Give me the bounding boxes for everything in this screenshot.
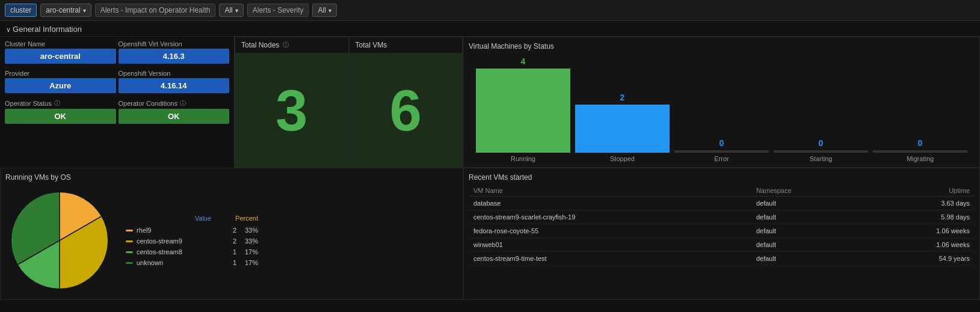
- legend-pct-unknown: 17%: [240, 259, 258, 266]
- uptime-cell: 1.06 weeks: [865, 238, 975, 252]
- legend-name-unknown: unknown: [137, 259, 215, 266]
- vm-status-running-bar: [476, 69, 570, 153]
- vm-status-starting: 0 Starting: [771, 138, 871, 162]
- alerts-severity-filter: All: [318, 6, 325, 14]
- operator-status-label: Operator Status: [5, 100, 52, 107]
- openshift-virt-value: 4.16.3: [119, 49, 230, 64]
- legend-color-centos9: [126, 240, 133, 242]
- vm-status-migrating: 0 Migrating: [871, 138, 970, 162]
- legend-row-centos9: centos-stream9 2 33%: [126, 237, 258, 245]
- alerts-impact-label: Alerts - Impact on Operator Health: [100, 6, 211, 14]
- vm-status-starting-count: 0: [819, 138, 824, 148]
- vm-status-stopped-label: Stopped: [610, 155, 635, 162]
- legend-row-unknown: unknown 1 17%: [126, 259, 258, 266]
- namespace-cell: default: [751, 252, 865, 266]
- openshift-version-label: Openshift Version: [119, 70, 230, 77]
- cluster-value: aro-central: [46, 6, 80, 14]
- section-title: General Information: [13, 25, 82, 34]
- vm-status-error-label: Error: [714, 155, 729, 162]
- vm-status-migrating-label: Migrating: [907, 155, 934, 162]
- legend-row-centos8: centos-stream8 1 17%: [126, 248, 258, 255]
- running-vms-title: Running VMs by OS: [5, 173, 458, 182]
- alerts-impact-chip[interactable]: Alerts - Impact on Operator Health: [95, 4, 216, 17]
- namespace-cell: default: [751, 210, 865, 224]
- recent-vms-table: VM Name Namespace Uptime database defaul…: [469, 185, 975, 266]
- vm-status-running: 4 Running: [473, 57, 573, 162]
- provider-label: Provider: [5, 70, 116, 77]
- total-vms-label: Total VMs: [356, 41, 387, 49]
- cluster-label: cluster: [10, 6, 31, 14]
- vm-status-starting-label: Starting: [810, 155, 833, 162]
- total-nodes-label: Total Nodes: [241, 41, 279, 49]
- legend-val-rhel9: 2: [218, 227, 236, 234]
- uptime-cell: 5.98 days: [865, 210, 975, 224]
- legend-name-rhel9: rhel9: [137, 227, 215, 234]
- alerts-severity-chip[interactable]: Alerts - Severity: [247, 4, 309, 17]
- operator-status-info-icon[interactable]: ⓘ: [54, 99, 60, 108]
- recent-vms-title: Recent VMs started: [469, 173, 975, 182]
- legend-percent-header: Percent: [235, 215, 258, 222]
- vm-status-migrating-bar: [873, 150, 967, 153]
- uptime-cell: 54.9 years: [865, 252, 975, 266]
- cluster-name-label: Cluster Name: [5, 40, 116, 47]
- col-uptime: Uptime: [865, 185, 975, 197]
- namespace-cell: default: [751, 238, 865, 252]
- vm-status-chart: 4 Running 2 Stopped 0 Error: [469, 54, 975, 162]
- legend-row-rhel9: rhel9 2 33%: [126, 227, 258, 234]
- legend-val-centos8: 1: [218, 248, 236, 255]
- vm-status-migrating-bar-container: [871, 150, 970, 153]
- uptime-cell: 1.06 weeks: [865, 224, 975, 238]
- running-vms-content: Value Percent rhel9 2 33% centos-stream9…: [5, 186, 458, 295]
- vm-status-error-bar-container: [672, 150, 771, 153]
- table-row: centos-stream9-time-test default 54.9 ye…: [469, 252, 975, 266]
- os-legend: Value Percent rhel9 2 33% centos-stream9…: [126, 215, 258, 266]
- legend-val-unknown: 1: [218, 259, 236, 266]
- legend-color-unknown: [126, 262, 133, 264]
- legend-color-centos8: [126, 251, 133, 253]
- legend-name-centos8: centos-stream8: [137, 248, 215, 255]
- general-info-section-header: General Information: [0, 21, 980, 36]
- vm-status-title: Virtual Machines by Status: [469, 42, 975, 50]
- total-vms-panel: Total VMs 6: [349, 37, 463, 168]
- vm-status-panel: Virtual Machines by Status 4 Running 2 S…: [463, 37, 980, 168]
- vm-status-running-bar-container: [473, 69, 573, 153]
- vm-status-running-count: 4: [521, 57, 526, 66]
- operator-conditions-value: OK: [119, 109, 230, 124]
- vm-status-error-count: 0: [720, 138, 724, 148]
- total-vms-header: Total VMs: [350, 37, 463, 54]
- cluster-value-dropdown[interactable]: aro-central: [40, 4, 91, 17]
- vm-status-starting-bar: [774, 150, 868, 153]
- legend-pct-centos8: 17%: [240, 248, 258, 255]
- uptime-cell: 3.63 days: [865, 197, 975, 210]
- namespace-cell: default: [751, 224, 865, 238]
- vm-name-cell: database: [469, 197, 751, 210]
- alerts-impact-filter: All: [224, 6, 232, 14]
- alerts-impact-dropdown[interactable]: All: [219, 4, 243, 17]
- vm-name-cell: centos-stream9-time-test: [469, 252, 751, 266]
- recent-vms-panel: Recent VMs started VM Name Namespace Upt…: [463, 168, 980, 300]
- col-vm-name: VM Name: [469, 185, 751, 197]
- legend-name-centos9: centos-stream9: [137, 237, 215, 245]
- alerts-severity-dropdown[interactable]: All: [312, 4, 336, 17]
- vm-status-error: 0 Error: [672, 138, 771, 162]
- operator-conditions-label: Operator Conditions: [119, 100, 177, 107]
- vm-status-stopped: 2 Stopped: [573, 93, 672, 162]
- vm-status-running-label: Running: [511, 155, 535, 162]
- operator-conditions-info-icon[interactable]: ⓘ: [180, 99, 186, 108]
- total-vms-value: 6: [350, 54, 463, 167]
- col-namespace: Namespace: [751, 185, 865, 197]
- total-nodes-header: Total Nodes ⓘ: [235, 37, 348, 54]
- legend-val-centos9: 2: [218, 237, 236, 245]
- vm-status-error-bar: [674, 150, 769, 153]
- legend-pct-rhel9: 33%: [240, 227, 258, 234]
- openshift-virt-label: Openshift Virt Version: [119, 40, 230, 47]
- vm-name-cell: centos-stream9-scarlet-crayfish-19: [469, 210, 751, 224]
- vm-status-stopped-count: 2: [620, 93, 625, 102]
- cluster-chip[interactable]: cluster: [5, 4, 37, 17]
- table-row: winweb01 default 1.06 weeks: [469, 238, 975, 252]
- legend-value-header: Value: [195, 215, 211, 222]
- pie-chart: [5, 186, 114, 295]
- total-nodes-info-icon[interactable]: ⓘ: [283, 41, 289, 49]
- vm-status-migrating-count: 0: [918, 138, 923, 148]
- table-row: fedora-rose-coyote-55 default 1.06 weeks: [469, 224, 975, 238]
